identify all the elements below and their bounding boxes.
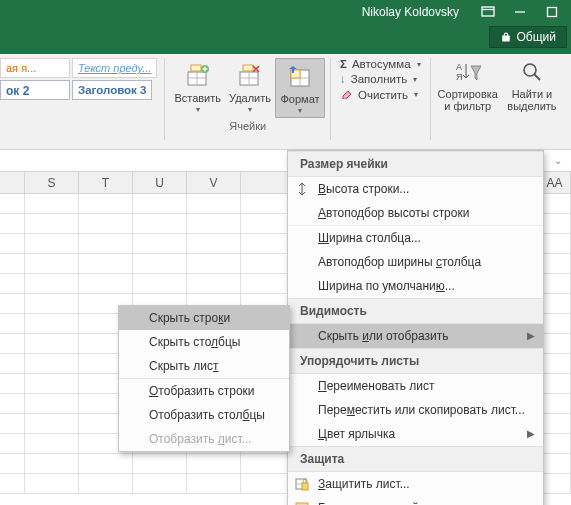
hide-show-item[interactable]: Скрыть или отобразить▶: [288, 324, 543, 348]
submenu-arrow-icon: ▶: [527, 428, 535, 439]
hide-sheet-item[interactable]: Скрыть лист: [119, 354, 289, 378]
autofit-col-item[interactable]: Автоподбор ширины столбца: [288, 250, 543, 274]
col-header-gutter: [0, 172, 25, 193]
chevron-down-icon: ▾: [248, 105, 252, 114]
sigma-icon: Σ: [340, 58, 347, 70]
format-menu: Размер ячейки Высота строки... Автоподбо…: [287, 150, 544, 505]
fill-button[interactable]: ↓Заполнить▾: [340, 73, 421, 85]
hide-cols-item[interactable]: Скрыть столбцы: [119, 330, 289, 354]
expand-formula-icon[interactable]: ⌄: [549, 155, 567, 166]
style-cell[interactable]: Заголовок 3: [72, 80, 152, 100]
show-cols-item[interactable]: Отобразить столбцы: [119, 403, 289, 427]
editing-small: ΣАвтосумма▾ ↓Заполнить▾ Очистить▾: [334, 54, 427, 149]
svg-line-24: [534, 74, 540, 80]
style-cell[interactable]: ая я...: [0, 58, 70, 78]
tab-color-item[interactable]: Цвет ярлычка▶: [288, 422, 543, 446]
find-icon: [520, 56, 544, 88]
clear-button[interactable]: Очистить▾: [340, 88, 421, 101]
share-label: Общий: [517, 30, 557, 44]
format-icon: [287, 61, 313, 93]
styles-gallery[interactable]: ая я... Текст преду... ок 2 Заголовок 3: [0, 54, 161, 149]
svg-rect-0: [482, 7, 494, 16]
move-sheet-item[interactable]: Переместить или скопировать лист...: [288, 398, 543, 422]
delete-button[interactable]: Удалить▾: [225, 58, 275, 118]
group-label: Ячейки: [229, 120, 266, 132]
svg-rect-14: [243, 65, 253, 71]
lock-cell-item[interactable]: Блокировать ячейку: [288, 496, 543, 505]
svg-rect-27: [302, 483, 308, 490]
protect-sheet-icon: [294, 476, 310, 492]
col-width-item[interactable]: Ширина столбца...: [288, 225, 543, 250]
chevron-down-icon: ▾: [298, 106, 302, 115]
row-height-icon: [294, 181, 310, 197]
hide-show-submenu: Скрыть строки Скрыть столбцы Скрыть лист…: [118, 305, 290, 452]
autofit-row-item[interactable]: Автоподбор высоты строки: [288, 201, 543, 225]
chevron-down-icon: ▾: [196, 105, 200, 114]
cells-group: Вставить▾ Удалить▾ Формат▾ Ячейки: [168, 54, 327, 149]
show-sheet-item: Отобразить лист...: [119, 427, 289, 451]
sort-filter-icon: АЯ: [454, 56, 482, 88]
svg-rect-7: [191, 65, 201, 71]
sort-filter-button[interactable]: АЯ Сортировка и фильтр: [434, 54, 502, 149]
col-header[interactable]: U: [133, 172, 187, 193]
ribbon: ая я... Текст преду... ок 2 Заголовок 3 …: [0, 54, 571, 150]
chevron-down-icon: ▾: [414, 90, 418, 99]
sharebar: Общий: [0, 24, 571, 54]
submenu-arrow-icon: ▶: [527, 330, 535, 341]
lock-cell-icon: [294, 500, 310, 505]
share-button[interactable]: Общий: [489, 26, 568, 48]
separator: [330, 58, 331, 140]
menu-section-sheets: Упорядочить листы: [288, 348, 543, 374]
ribbon-options-button[interactable]: [473, 2, 503, 22]
titlebar: Nikolay Koldovsky: [0, 0, 571, 24]
find-select-button[interactable]: Найти и выделить: [502, 54, 562, 149]
format-button[interactable]: Формат▾: [275, 58, 325, 118]
separator: [164, 58, 165, 140]
svg-text:А: А: [456, 62, 462, 72]
svg-rect-3: [548, 8, 557, 17]
row-height-item[interactable]: Высота строки...: [288, 177, 543, 201]
user-name: Nikolay Koldovsky: [362, 5, 459, 19]
chevron-down-icon: ▾: [413, 75, 417, 84]
protect-sheet-item[interactable]: Защитить лист...: [288, 472, 543, 496]
default-width-item[interactable]: Ширина по умолчанию...: [288, 274, 543, 298]
menu-section-protect: Защита: [288, 446, 543, 472]
insert-button[interactable]: Вставить▾: [170, 58, 225, 118]
hide-rows-item[interactable]: Скрыть строки: [119, 306, 289, 330]
col-header[interactable]: S: [25, 172, 79, 193]
menu-section-visibility: Видимость: [288, 298, 543, 324]
delete-cells-icon: [237, 60, 263, 92]
minimize-button[interactable]: [505, 2, 535, 22]
style-cell[interactable]: Текст преду...: [72, 58, 157, 78]
chevron-down-icon: ▾: [417, 60, 421, 69]
eraser-icon: [340, 88, 353, 101]
svg-text:Я: Я: [456, 72, 463, 82]
col-header[interactable]: T: [79, 172, 133, 193]
insert-cells-icon: [185, 60, 211, 92]
menu-section-size: Размер ячейки: [288, 151, 543, 177]
fill-down-icon: ↓: [340, 73, 346, 85]
show-rows-item[interactable]: Отобразить строки: [119, 378, 289, 403]
col-header[interactable]: V: [187, 172, 241, 193]
separator: [430, 58, 431, 140]
rename-sheet-item[interactable]: Переименовать лист: [288, 374, 543, 398]
style-cell[interactable]: ок 2: [0, 80, 70, 100]
maximize-button[interactable]: [537, 2, 567, 22]
autosum-button[interactable]: ΣАвтосумма▾: [340, 58, 421, 70]
